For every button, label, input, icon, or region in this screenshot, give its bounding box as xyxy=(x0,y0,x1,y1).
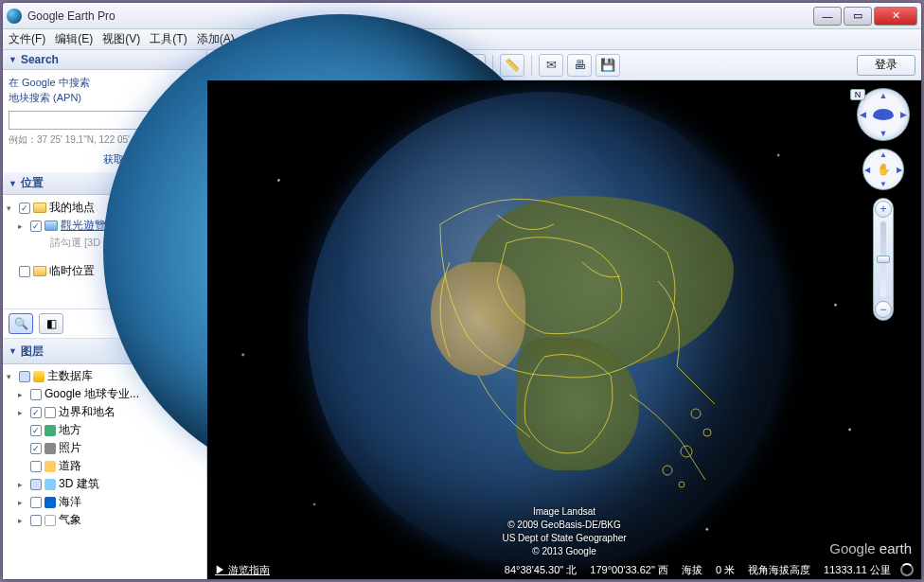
globe[interactable] xyxy=(308,92,781,565)
tour-guide-link[interactable]: ▶ 游览指南 xyxy=(215,563,270,577)
menu-tools[interactable]: 工具(T) xyxy=(150,31,187,47)
menubar: 文件(F) 编辑(E) 视图(V) 工具(T) 添加(A) 帮助(H) xyxy=(3,29,921,50)
minimize-button[interactable]: — xyxy=(813,7,842,26)
zoom-in-button[interactable]: + xyxy=(875,201,892,218)
layer-checkbox[interactable] xyxy=(30,425,42,436)
layer-icon xyxy=(33,371,44,382)
temp-places-label[interactable]: 临时位置 xyxy=(49,263,95,279)
layer-checkbox[interactable] xyxy=(30,461,42,472)
layer-icon xyxy=(44,443,56,454)
layer-item[interactable]: 道路 xyxy=(18,457,203,475)
layer-icon xyxy=(44,479,56,490)
look-down-icon[interactable]: ▼ xyxy=(880,129,888,138)
maximize-button[interactable]: ▭ xyxy=(844,7,872,26)
expand-icon[interactable]: ▸ xyxy=(18,390,27,399)
layer-item[interactable]: 照片 xyxy=(18,439,203,457)
layer-checkbox[interactable] xyxy=(19,371,30,382)
layer-checkbox[interactable] xyxy=(30,407,42,418)
look-left-icon[interactable]: ◀ xyxy=(860,110,866,119)
search-panel-header[interactable]: Search xyxy=(3,50,206,70)
layer-icon xyxy=(44,461,56,472)
status-latitude: 84°38'45.30" 北 xyxy=(505,563,577,577)
titlebar: Google Earth Pro — ▭ ✕ xyxy=(3,3,921,29)
places-panel-toggle[interactable]: ◧ xyxy=(39,313,63,334)
statusbar: ▶ 游览指南 84°38'45.30" 北 179°00'33.62" 西 海拔… xyxy=(207,560,921,579)
layer-icon xyxy=(44,407,56,418)
folder-icon xyxy=(33,203,46,213)
layer-label: 道路 xyxy=(59,458,81,474)
app-icon xyxy=(7,9,22,24)
zoom-slider-thumb[interactable] xyxy=(877,256,890,263)
checkbox-temp[interactable] xyxy=(19,266,30,277)
svg-point-2 xyxy=(681,446,692,457)
globe-viewer[interactable]: N ▲ ▼ ◀ ▶ ▲ ▼ ◀ ▶ + xyxy=(207,80,921,579)
checkbox-sightseeing[interactable] xyxy=(30,220,42,232)
look-right-icon[interactable]: ▶ xyxy=(900,110,907,119)
folder-icon xyxy=(33,266,46,276)
svg-point-1 xyxy=(703,429,711,436)
look-control[interactable]: N ▲ ▼ ◀ ▶ xyxy=(857,88,910,141)
svg-point-3 xyxy=(663,466,672,475)
layer-label: 边界和地名 xyxy=(59,404,116,420)
layer-item[interactable]: 地方 xyxy=(18,421,203,439)
window-title: Google Earth Pro xyxy=(27,9,813,23)
layer-label: 地方 xyxy=(59,422,81,438)
expand-icon[interactable]: ▸ xyxy=(18,480,27,489)
expand-icon[interactable]: ▸ xyxy=(18,221,27,231)
expand-icon[interactable]: ▾ xyxy=(7,372,16,381)
print-button[interactable]: 🖶 xyxy=(567,54,592,77)
svg-point-0 xyxy=(691,409,701,418)
menu-edit[interactable]: 编辑(E) xyxy=(55,31,93,47)
layer-item[interactable]: ▸海洋 xyxy=(18,493,203,511)
layer-label: 主数据库 xyxy=(47,368,93,384)
my-places-label[interactable]: 我的地点 xyxy=(49,200,95,216)
folder-icon xyxy=(44,220,58,231)
layer-checkbox[interactable] xyxy=(30,515,42,526)
search-header-label: Search xyxy=(21,53,59,66)
status-longitude: 179°00'33.62" 西 xyxy=(590,563,668,577)
pan-control[interactable]: ▲ ▼ ◀ ▶ xyxy=(862,149,904,190)
places-header-label: 位置 xyxy=(21,175,44,191)
layers-list: ▾主数据库▸Google 地球专业...▸边界和地名地方照片道路▸3D 建筑▸海… xyxy=(3,364,206,579)
menu-file[interactable]: 文件(F) xyxy=(9,31,45,47)
status-eye: 11333.11 公里 xyxy=(824,563,891,577)
menu-view[interactable]: 视图(V) xyxy=(102,31,140,47)
sightseeing-link[interactable]: 觀光遊覽 xyxy=(61,218,106,234)
ruler-button[interactable]: 📏 xyxy=(500,54,524,77)
layer-checkbox[interactable] xyxy=(30,479,42,490)
zoom-control: + − xyxy=(873,198,894,321)
status-eye-label: 视角海拔高度 xyxy=(748,563,810,577)
layer-label: 气象 xyxy=(59,512,81,528)
layer-item[interactable]: ▸3D 建筑 xyxy=(18,475,203,493)
layer-label: 海洋 xyxy=(59,494,81,510)
expand-icon[interactable]: ▾ xyxy=(7,203,16,213)
close-button[interactable]: ✕ xyxy=(874,7,917,26)
layer-label: Google 地球专业... xyxy=(44,386,139,402)
navigation-controls: N ▲ ▼ ◀ ▶ ▲ ▼ ◀ ▶ + xyxy=(855,88,912,321)
expand-icon[interactable]: ▸ xyxy=(18,516,27,525)
layer-checkbox[interactable] xyxy=(30,443,42,454)
zoom-out-button[interactable]: − xyxy=(875,301,892,318)
svg-point-4 xyxy=(679,482,684,487)
zoom-slider-track[interactable] xyxy=(880,221,886,297)
loading-spinner-icon xyxy=(900,563,914,576)
layer-checkbox[interactable] xyxy=(30,497,42,508)
look-up-icon[interactable]: ▲ xyxy=(880,91,888,100)
layer-checkbox[interactable] xyxy=(30,389,42,400)
layer-icon xyxy=(44,515,56,526)
layers-header-label: 图层 xyxy=(21,344,133,360)
layer-icon xyxy=(44,425,56,436)
expand-icon[interactable]: ▸ xyxy=(18,498,27,507)
layer-item[interactable]: ▸Google 地球专业... xyxy=(18,385,203,403)
email-button[interactable]: ✉ xyxy=(539,54,563,77)
checkbox-my-places[interactable] xyxy=(19,203,30,214)
expand-icon[interactable]: ▸ xyxy=(18,408,27,417)
layer-icon xyxy=(44,497,56,508)
layer-label: 照片 xyxy=(59,440,81,456)
save-image-button[interactable]: 💾 xyxy=(595,54,620,77)
north-indicator[interactable]: N xyxy=(850,89,865,100)
country-borders xyxy=(308,92,781,565)
login-button[interactable]: 登录 xyxy=(857,55,915,76)
layer-item[interactable]: ▸气象 xyxy=(18,511,203,529)
places-search-button[interactable]: 🔍 xyxy=(9,313,33,334)
